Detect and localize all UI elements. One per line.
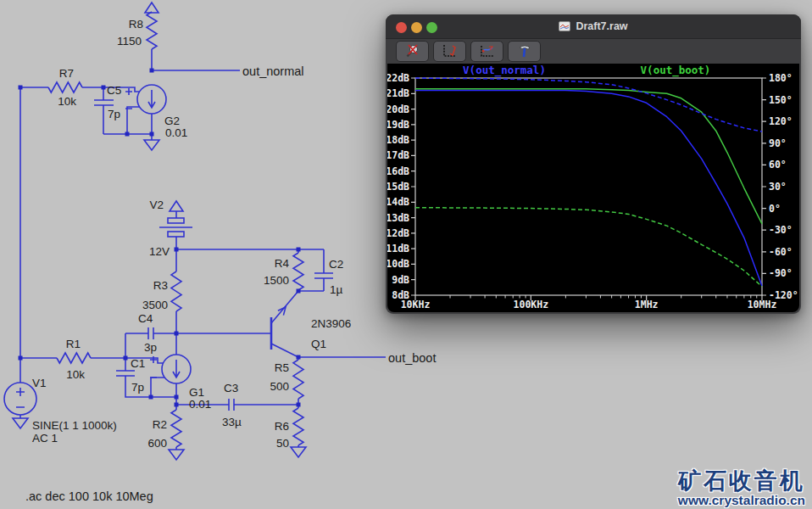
y-left-tick-label: 15dB xyxy=(387,181,409,193)
y-left-tick-label: 19dB xyxy=(387,119,409,131)
curve-v-out-boot-phase xyxy=(415,208,762,287)
watermark-title: 矿石收音机 xyxy=(678,469,805,493)
curve-v-out-boot-magnitude xyxy=(415,89,762,224)
toolbar xyxy=(386,39,801,64)
spice-directive: .ac dec 100 10k 10Meg xyxy=(25,489,153,503)
net-out-boot: out_boot xyxy=(388,351,436,365)
x-tick-label: 10MHz xyxy=(748,299,777,310)
y-left-tick-label: 10dB xyxy=(387,258,409,270)
label-r7: R7 xyxy=(59,67,74,80)
hammer-icon xyxy=(515,44,534,59)
junction-dot xyxy=(19,86,23,90)
value-r8: 1150 xyxy=(117,35,142,48)
value-c1: 7p xyxy=(131,381,144,394)
autorange-icon xyxy=(441,44,459,59)
junction-dot xyxy=(125,132,130,137)
junction-dot xyxy=(19,356,23,361)
label-g2: G2 xyxy=(164,115,180,127)
resistor-body[interactable] xyxy=(147,12,157,49)
watermark: 矿石收音机 www.crystalradio.cn xyxy=(678,469,805,507)
label-c2: C2 xyxy=(329,258,343,271)
junction-dot xyxy=(175,248,179,252)
value-v2: 12V xyxy=(149,245,170,258)
plot-settings-button[interactable] xyxy=(470,41,503,62)
y-left-tick-label: 18dB xyxy=(387,134,409,146)
resistor-body[interactable] xyxy=(57,353,91,363)
y-right-tick-label: 120° xyxy=(769,115,793,127)
y-left-tick-label: 16dB xyxy=(387,165,409,177)
value-r6: 50 xyxy=(276,437,289,450)
resistor-body[interactable] xyxy=(171,271,181,311)
y-right-tick-label: 30° xyxy=(769,181,787,193)
label-v1: V1 xyxy=(32,377,47,389)
label-r6: R6 xyxy=(275,420,289,433)
label-r5: R5 xyxy=(275,361,289,374)
y-right-tick-label: 90° xyxy=(769,137,787,149)
value-q1: 2N3906 xyxy=(311,317,351,330)
y-right-tick-label: 150° xyxy=(769,94,793,106)
label-r4: R4 xyxy=(275,257,290,270)
watermark-url: www.crystalradio.cn xyxy=(678,494,805,507)
value-c5: 7p xyxy=(108,108,120,120)
junction-dot xyxy=(124,356,128,361)
resistor-body[interactable] xyxy=(293,408,303,445)
legend-item[interactable]: V(out_normal) xyxy=(463,64,546,77)
label-r2: R2 xyxy=(153,418,167,431)
resistor-body[interactable] xyxy=(293,360,303,399)
label-r8: R8 xyxy=(129,18,143,31)
y-left-tick-label: 13dB xyxy=(387,212,409,224)
value-c3: 33µ xyxy=(222,416,242,428)
y-left-tick-label: 22dB xyxy=(387,72,409,84)
resistor-body[interactable] xyxy=(171,410,181,447)
control-panel-button[interactable] xyxy=(508,41,541,62)
transistor-q1[interactable] xyxy=(271,291,298,357)
label-v2: V2 xyxy=(149,199,164,211)
junction-dot xyxy=(175,332,179,336)
junction-dot xyxy=(297,248,301,252)
junction-dot xyxy=(150,69,154,73)
value-v1-line2: AC 1 xyxy=(32,432,58,445)
label-c5: C5 xyxy=(107,84,121,97)
y-left-tick-label: 20dB xyxy=(387,103,409,115)
zoom-reset-icon xyxy=(403,44,422,59)
y-left-tick-label: 9dB xyxy=(392,274,409,286)
source-g1[interactable] xyxy=(150,355,191,383)
value-r7: 10k xyxy=(58,95,76,108)
y-left-tick-label: 17dB xyxy=(387,149,409,161)
x-tick-label: 1MHz xyxy=(635,299,659,310)
resistor-body[interactable] xyxy=(293,253,303,290)
value-c4: 3p xyxy=(144,341,157,354)
window-title: Draft7.raw xyxy=(576,20,627,32)
plot-area[interactable]: 22dB21dB20dB19dB18dB17dB16dB15dB14dB13dB… xyxy=(387,64,799,312)
y-left-tick-label: 14dB xyxy=(387,196,409,208)
y-right-tick-label: 60° xyxy=(769,159,787,171)
label-c1: C1 xyxy=(131,357,145,370)
label-r3: R3 xyxy=(153,279,168,292)
value-r3: 3500 xyxy=(142,299,168,311)
junction-dot xyxy=(149,395,153,400)
label-r1: R1 xyxy=(66,338,81,350)
y-left-tick-label: 11dB xyxy=(387,243,409,255)
x-tick-label: 10KHz xyxy=(401,299,431,310)
waveform-window: Draft7.raw xyxy=(386,14,801,314)
zoom-reset-button[interactable] xyxy=(396,41,429,62)
legend-item[interactable]: V(out_boot) xyxy=(641,64,711,77)
net-out-normal: out_normal xyxy=(242,64,304,78)
y-right-tick-label: -30° xyxy=(769,224,793,236)
label-c3: C3 xyxy=(224,382,238,394)
plot-frame xyxy=(415,78,762,295)
y-right-tick-label: 180° xyxy=(769,72,793,84)
source-g2[interactable] xyxy=(125,85,166,114)
titlebar[interactable]: Draft7.raw xyxy=(386,14,801,39)
autorange-button[interactable] xyxy=(433,41,466,62)
junction-dot xyxy=(297,355,301,360)
y-right-tick-label: 0° xyxy=(769,203,781,215)
junction-dot xyxy=(297,289,301,294)
y-right-tick-label: -90° xyxy=(769,267,793,279)
value-r2: 600 xyxy=(147,437,167,450)
value-g1: 0.01 xyxy=(189,398,211,411)
document-waveform-icon xyxy=(559,20,570,32)
junction-dot xyxy=(150,132,154,137)
value-g2: 0.01 xyxy=(165,126,187,139)
resistor-body[interactable] xyxy=(48,82,82,92)
